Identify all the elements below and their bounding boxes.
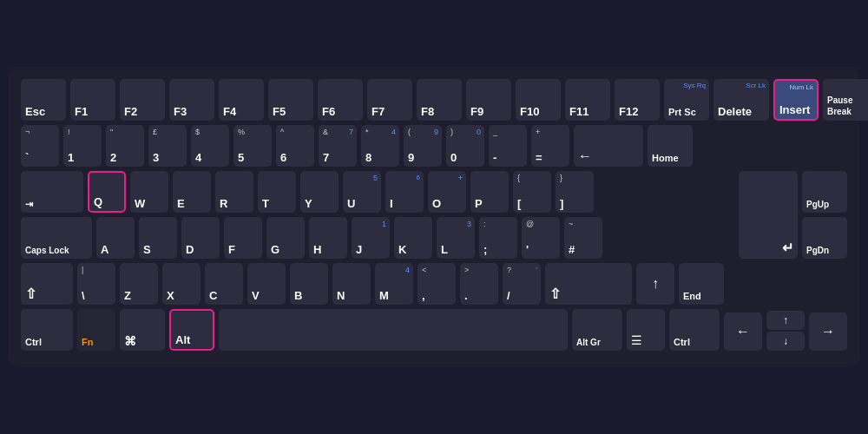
key-slash[interactable]: ? ' / xyxy=(503,263,541,305)
key-x[interactable]: X xyxy=(162,263,201,305)
key-f11[interactable]: F11 xyxy=(565,79,610,121)
key-t[interactable]: T xyxy=(258,171,296,213)
key-bracket-close[interactable]: } ] xyxy=(556,171,594,213)
key-delete[interactable]: Scr Lk Delete xyxy=(713,79,769,121)
key-f[interactable]: F xyxy=(224,217,262,259)
key-period[interactable]: > . xyxy=(460,263,498,305)
key-m[interactable]: 4 M xyxy=(375,263,413,305)
key-f9[interactable]: F9 xyxy=(466,79,511,121)
key-comma[interactable]: < , xyxy=(418,263,456,305)
key-g[interactable]: G xyxy=(266,217,305,259)
key-i[interactable]: 6 I xyxy=(385,171,424,213)
key-backslash[interactable]: | \ xyxy=(77,263,115,305)
key-4[interactable]: $ 4 xyxy=(191,125,229,167)
key-k[interactable]: K xyxy=(394,217,432,259)
key-pgdn[interactable]: PgDn xyxy=(802,217,847,259)
key-7[interactable]: & 7 7 xyxy=(319,125,357,167)
key-space[interactable] xyxy=(219,309,568,351)
key-f2[interactable]: F2 xyxy=(120,79,165,121)
row-zxcv: ⇧ | \ Z X C V B N 4 M < , > . ? ' / ⇧ ↑ xyxy=(21,263,847,305)
key-bracket-open[interactable]: { [ xyxy=(513,171,551,213)
key-insert[interactable]: Num Lk Insert xyxy=(773,79,819,121)
key-5[interactable]: % 5 xyxy=(233,125,272,167)
key-f3[interactable]: F3 xyxy=(169,79,214,121)
key-f4[interactable]: F4 xyxy=(219,79,264,121)
key-minus[interactable]: _ - xyxy=(489,125,527,167)
key-enter[interactable]: ↵ xyxy=(739,171,798,259)
key-esc[interactable]: Esc xyxy=(21,79,66,121)
key-6[interactable]: ^ 6 xyxy=(276,125,314,167)
key-altgr[interactable]: Alt Gr xyxy=(572,309,622,351)
key-f8[interactable]: F8 xyxy=(417,79,462,121)
key-alt-left[interactable]: Alt xyxy=(169,309,214,351)
key-l[interactable]: 3 L xyxy=(437,217,475,259)
key-c[interactable]: C xyxy=(205,263,243,305)
key-5-top: % xyxy=(238,128,245,136)
key-q[interactable]: Q xyxy=(88,171,126,213)
key-z[interactable]: Z xyxy=(120,263,158,305)
key-2[interactable]: " 2 xyxy=(106,125,144,167)
key-0[interactable]: ) 0 0 xyxy=(446,125,484,167)
key-s[interactable]: S xyxy=(139,217,177,259)
key-1[interactable]: ! 1 xyxy=(63,125,102,167)
key-end[interactable]: End xyxy=(679,263,724,305)
key-a[interactable]: A xyxy=(96,217,135,259)
key-f7[interactable]: F7 xyxy=(367,79,412,121)
key-pause[interactable]: PauseBreak xyxy=(823,79,868,121)
key-backspace[interactable]: ← xyxy=(574,125,643,167)
row-qwerty: ⇥ Q W E R T Y 5 U 6 I + O P xyxy=(21,171,734,213)
key-3[interactable]: £ 3 xyxy=(148,125,187,167)
key-j-blue: 1 xyxy=(382,220,386,228)
key-shift-right[interactable]: ⇧ xyxy=(545,263,632,305)
key-m-blue: 4 xyxy=(405,266,410,274)
key-o[interactable]: + O xyxy=(428,171,466,213)
key-3-top: £ xyxy=(153,128,157,136)
key-equals-top: + xyxy=(536,128,540,136)
right-nav-col: PgUp PgDn xyxy=(802,171,847,259)
enter-container: ↵ xyxy=(739,171,798,259)
key-cmd[interactable]: ⌘ xyxy=(120,309,165,351)
key-r[interactable]: R xyxy=(215,171,253,213)
key-e[interactable]: E xyxy=(173,171,211,213)
key-quote[interactable]: @ ' xyxy=(522,217,560,259)
key-f6[interactable]: F6 xyxy=(318,79,363,121)
key-ctrl-left[interactable]: Ctrl xyxy=(21,309,73,351)
key-f1[interactable]: F1 xyxy=(70,79,115,121)
key-9[interactable]: ( 9 9 xyxy=(404,125,442,167)
key-y[interactable]: Y xyxy=(300,171,339,213)
key-arrow-up[interactable]: ↑ xyxy=(636,263,674,305)
key-hash[interactable]: ~ # xyxy=(564,217,602,259)
key-p[interactable]: P xyxy=(470,171,509,213)
key-equals[interactable]: + = xyxy=(531,125,569,167)
key-f10[interactable]: F10 xyxy=(516,79,561,121)
key-home[interactable]: Home xyxy=(648,125,693,167)
key-f12[interactable]: F12 xyxy=(615,79,660,121)
key-pgup[interactable]: PgUp xyxy=(802,171,847,213)
key-arrow-down[interactable]: ↓ xyxy=(766,332,805,351)
key-w[interactable]: W xyxy=(130,171,168,213)
key-b[interactable]: B xyxy=(290,263,328,305)
key-8[interactable]: * 4 8 xyxy=(361,125,399,167)
key-u[interactable]: 5 U xyxy=(343,171,381,213)
key-fn[interactable]: Fn xyxy=(77,309,115,351)
key-shift-left[interactable]: ⇧ xyxy=(21,263,73,305)
key-semicolon[interactable]: : ; xyxy=(479,217,517,259)
key-n[interactable]: N xyxy=(332,263,371,305)
key-arrow-right[interactable]: → xyxy=(809,312,847,351)
key-menu[interactable]: ☰ xyxy=(627,309,665,351)
key-tab[interactable]: ⇥ xyxy=(21,171,83,213)
key-prtsc[interactable]: Sys Rq Prt Sc xyxy=(664,79,709,121)
key-capslock[interactable]: Caps Lock xyxy=(21,217,92,259)
key-l-blue: 3 xyxy=(467,220,471,228)
key-v[interactable]: V xyxy=(247,263,286,305)
key-9-top: ( xyxy=(408,128,411,136)
key-f5[interactable]: F5 xyxy=(268,79,313,121)
key-arrow-up-bottom[interactable]: ↑ xyxy=(766,311,805,330)
key-ctrl-right[interactable]: Ctrl xyxy=(669,309,720,351)
key-arrow-left[interactable]: ← xyxy=(724,312,762,351)
key-j[interactable]: 1 J xyxy=(352,217,390,259)
key-backtick[interactable]: ¬ ` xyxy=(21,125,59,167)
key-h[interactable]: H xyxy=(309,217,347,259)
arrow-ud-col: ↑ ↓ xyxy=(766,311,805,351)
key-d[interactable]: D xyxy=(181,217,220,259)
